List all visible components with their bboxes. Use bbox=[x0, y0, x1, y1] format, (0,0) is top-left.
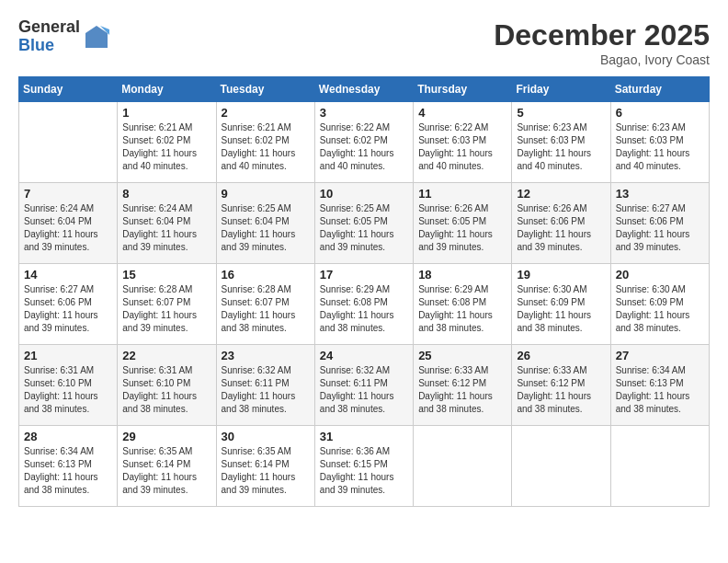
day-cell: 23Sunrise: 6:32 AMSunset: 6:11 PMDayligh… bbox=[216, 345, 314, 426]
header-row: SundayMondayTuesdayWednesdayThursdayFrid… bbox=[19, 77, 710, 102]
day-info: Sunrise: 6:27 AMSunset: 6:06 PMDaylight:… bbox=[24, 283, 112, 335]
week-row-0: 1Sunrise: 6:21 AMSunset: 6:02 PMDaylight… bbox=[19, 102, 710, 183]
header-cell-saturday: Saturday bbox=[610, 77, 709, 102]
day-info: Sunrise: 6:25 AMSunset: 6:05 PMDaylight:… bbox=[320, 202, 408, 254]
day-info: Sunrise: 6:33 AMSunset: 6:12 PMDaylight:… bbox=[418, 364, 506, 416]
day-number: 8 bbox=[122, 187, 210, 201]
day-cell: 13Sunrise: 6:27 AMSunset: 6:06 PMDayligh… bbox=[610, 183, 709, 264]
day-info: Sunrise: 6:36 AMSunset: 6:15 PMDaylight:… bbox=[320, 445, 408, 497]
day-info: Sunrise: 6:30 AMSunset: 6:09 PMDaylight:… bbox=[616, 283, 704, 335]
day-info: Sunrise: 6:27 AMSunset: 6:06 PMDaylight:… bbox=[616, 202, 704, 254]
day-cell: 10Sunrise: 6:25 AMSunset: 6:05 PMDayligh… bbox=[314, 183, 413, 264]
day-cell bbox=[610, 426, 709, 507]
day-info: Sunrise: 6:28 AMSunset: 6:07 PMDaylight:… bbox=[222, 283, 310, 335]
logo: General Blue bbox=[18, 18, 109, 55]
day-info: Sunrise: 6:31 AMSunset: 6:10 PMDaylight:… bbox=[122, 364, 210, 416]
header-cell-thursday: Thursday bbox=[414, 77, 512, 102]
day-number: 26 bbox=[517, 349, 605, 362]
day-cell: 16Sunrise: 6:28 AMSunset: 6:07 PMDayligh… bbox=[216, 264, 314, 345]
day-cell: 30Sunrise: 6:35 AMSunset: 6:14 PMDayligh… bbox=[216, 426, 314, 507]
day-cell: 3Sunrise: 6:22 AMSunset: 6:02 PMDaylight… bbox=[314, 102, 413, 183]
day-number: 28 bbox=[24, 430, 112, 443]
page-header: General Blue December 2025 Bagao, Ivory … bbox=[18, 18, 710, 67]
day-cell: 25Sunrise: 6:33 AMSunset: 6:12 PMDayligh… bbox=[414, 345, 512, 426]
day-info: Sunrise: 6:29 AMSunset: 6:08 PMDaylight:… bbox=[320, 283, 408, 335]
day-cell: 21Sunrise: 6:31 AMSunset: 6:10 PMDayligh… bbox=[19, 345, 118, 426]
day-cell: 1Sunrise: 6:21 AMSunset: 6:02 PMDaylight… bbox=[118, 102, 216, 183]
day-number: 20 bbox=[616, 268, 704, 282]
day-cell: 12Sunrise: 6:26 AMSunset: 6:06 PMDayligh… bbox=[512, 183, 610, 264]
day-number: 6 bbox=[616, 106, 704, 120]
day-info: Sunrise: 6:22 AMSunset: 6:02 PMDaylight:… bbox=[320, 121, 408, 173]
day-cell: 6Sunrise: 6:23 AMSunset: 6:03 PMDaylight… bbox=[610, 102, 709, 183]
day-cell: 9Sunrise: 6:25 AMSunset: 6:04 PMDaylight… bbox=[216, 183, 314, 264]
day-cell: 28Sunrise: 6:34 AMSunset: 6:13 PMDayligh… bbox=[19, 426, 118, 507]
day-cell: 18Sunrise: 6:29 AMSunset: 6:08 PMDayligh… bbox=[414, 264, 512, 345]
day-cell: 14Sunrise: 6:27 AMSunset: 6:06 PMDayligh… bbox=[19, 264, 118, 345]
day-info: Sunrise: 6:32 AMSunset: 6:11 PMDaylight:… bbox=[320, 364, 408, 416]
day-number: 19 bbox=[517, 268, 605, 282]
day-info: Sunrise: 6:35 AMSunset: 6:14 PMDaylight:… bbox=[122, 445, 210, 497]
day-number: 29 bbox=[122, 430, 210, 443]
header-cell-monday: Monday bbox=[118, 77, 216, 102]
calendar-table: SundayMondayTuesdayWednesdayThursdayFrid… bbox=[18, 76, 710, 507]
day-number: 9 bbox=[222, 187, 310, 201]
day-info: Sunrise: 6:25 AMSunset: 6:04 PMDaylight:… bbox=[222, 202, 310, 254]
day-number: 10 bbox=[320, 187, 408, 201]
day-cell: 4Sunrise: 6:22 AMSunset: 6:03 PMDaylight… bbox=[414, 102, 512, 183]
day-info: Sunrise: 6:32 AMSunset: 6:11 PMDaylight:… bbox=[222, 364, 310, 416]
title-block: December 2025 Bagao, Ivory Coast bbox=[494, 18, 710, 67]
day-info: Sunrise: 6:30 AMSunset: 6:09 PMDaylight:… bbox=[517, 283, 605, 335]
day-info: Sunrise: 6:22 AMSunset: 6:03 PMDaylight:… bbox=[418, 121, 506, 173]
day-info: Sunrise: 6:34 AMSunset: 6:13 PMDaylight:… bbox=[24, 445, 112, 497]
header-cell-wednesday: Wednesday bbox=[314, 77, 413, 102]
day-cell: 15Sunrise: 6:28 AMSunset: 6:07 PMDayligh… bbox=[118, 264, 216, 345]
day-number: 17 bbox=[320, 268, 408, 282]
day-number: 1 bbox=[122, 106, 210, 120]
day-number: 22 bbox=[122, 349, 210, 362]
day-info: Sunrise: 6:24 AMSunset: 6:04 PMDaylight:… bbox=[122, 202, 210, 254]
day-number: 4 bbox=[418, 106, 506, 120]
day-number: 12 bbox=[517, 187, 605, 201]
header-cell-sunday: Sunday bbox=[19, 77, 118, 102]
logo-blue: Blue bbox=[18, 37, 80, 55]
day-number: 2 bbox=[222, 106, 310, 120]
week-row-3: 21Sunrise: 6:31 AMSunset: 6:10 PMDayligh… bbox=[19, 345, 710, 426]
day-info: Sunrise: 6:33 AMSunset: 6:12 PMDaylight:… bbox=[517, 364, 605, 416]
day-number: 14 bbox=[24, 268, 112, 282]
day-cell: 31Sunrise: 6:36 AMSunset: 6:15 PMDayligh… bbox=[314, 426, 413, 507]
day-number: 5 bbox=[517, 106, 605, 120]
day-info: Sunrise: 6:23 AMSunset: 6:03 PMDaylight:… bbox=[517, 121, 605, 173]
day-cell: 26Sunrise: 6:33 AMSunset: 6:12 PMDayligh… bbox=[512, 345, 610, 426]
day-cell: 11Sunrise: 6:26 AMSunset: 6:05 PMDayligh… bbox=[414, 183, 512, 264]
day-info: Sunrise: 6:23 AMSunset: 6:03 PMDaylight:… bbox=[616, 121, 704, 173]
week-row-1: 7Sunrise: 6:24 AMSunset: 6:04 PMDaylight… bbox=[19, 183, 710, 264]
day-cell bbox=[512, 426, 610, 507]
day-cell: 27Sunrise: 6:34 AMSunset: 6:13 PMDayligh… bbox=[610, 345, 709, 426]
day-info: Sunrise: 6:29 AMSunset: 6:08 PMDaylight:… bbox=[418, 283, 506, 335]
subtitle: Bagao, Ivory Coast bbox=[494, 52, 710, 67]
logo-text: General Blue bbox=[18, 18, 80, 55]
day-info: Sunrise: 6:21 AMSunset: 6:02 PMDaylight:… bbox=[122, 121, 210, 173]
day-cell: 2Sunrise: 6:21 AMSunset: 6:02 PMDaylight… bbox=[216, 102, 314, 183]
day-cell bbox=[414, 426, 512, 507]
day-cell: 29Sunrise: 6:35 AMSunset: 6:14 PMDayligh… bbox=[118, 426, 216, 507]
week-row-2: 14Sunrise: 6:27 AMSunset: 6:06 PMDayligh… bbox=[19, 264, 710, 345]
day-info: Sunrise: 6:28 AMSunset: 6:07 PMDaylight:… bbox=[122, 283, 210, 335]
day-number: 23 bbox=[222, 349, 310, 362]
day-number: 25 bbox=[418, 349, 506, 362]
day-info: Sunrise: 6:21 AMSunset: 6:02 PMDaylight:… bbox=[222, 121, 310, 173]
day-cell: 8Sunrise: 6:24 AMSunset: 6:04 PMDaylight… bbox=[118, 183, 216, 264]
day-info: Sunrise: 6:24 AMSunset: 6:04 PMDaylight:… bbox=[24, 202, 112, 254]
logo-icon bbox=[84, 24, 109, 50]
day-info: Sunrise: 6:34 AMSunset: 6:13 PMDaylight:… bbox=[616, 364, 704, 416]
day-info: Sunrise: 6:35 AMSunset: 6:14 PMDaylight:… bbox=[222, 445, 310, 497]
day-number: 31 bbox=[320, 430, 408, 443]
day-number: 13 bbox=[616, 187, 704, 201]
day-info: Sunrise: 6:26 AMSunset: 6:05 PMDaylight:… bbox=[418, 202, 506, 254]
day-number: 30 bbox=[222, 430, 310, 443]
day-info: Sunrise: 6:31 AMSunset: 6:10 PMDaylight:… bbox=[24, 364, 112, 416]
header-cell-friday: Friday bbox=[512, 77, 610, 102]
day-number: 16 bbox=[222, 268, 310, 282]
day-number: 21 bbox=[24, 349, 112, 362]
